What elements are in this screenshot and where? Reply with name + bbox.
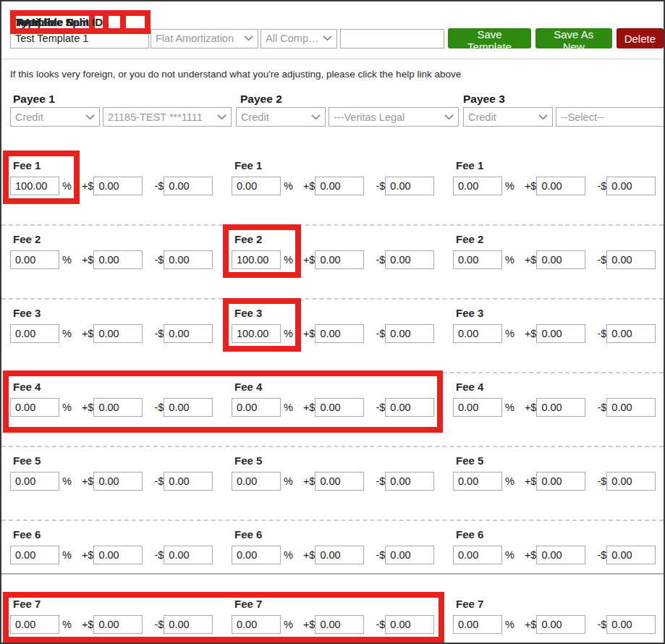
fee-percent-input[interactable] [453,398,502,417]
ram-fee-split-id-input[interactable] [340,29,444,48]
fee-row-6: Fee 6 % +$ -$ Fee 6 % +$ -$ Fee 6 % +$ -… [1,521,664,575]
save-template-button[interactable]: Save Template [448,28,531,48]
fee-minus-input[interactable] [385,615,434,634]
fee-minus-input[interactable] [606,324,656,343]
fee-plus-input[interactable] [536,177,585,195]
fee-percent-input[interactable] [10,324,59,343]
fee-percent-input[interactable] [232,177,281,195]
percent-sign: % [284,328,293,339]
type-select[interactable]: Flat Amortization [151,29,258,48]
fee-minus-input[interactable] [164,398,213,417]
minus-dollar-sign: -$ [154,328,164,339]
minus-dollar-sign: -$ [376,402,385,413]
payee-3-type-select[interactable]: Credit [463,107,553,127]
fee-plus-input[interactable] [315,177,364,195]
fee-label: Fee 2 [453,233,664,246]
payee-2-account-select[interactable]: ---Veritas Legal [329,107,459,127]
fee-label: Fee 3 [232,307,444,320]
fee-plus-input[interactable] [93,398,143,417]
fee-plus-input[interactable] [93,472,143,491]
fee-percent-input[interactable] [453,250,502,269]
available-for-select[interactable]: All Companies [261,29,337,48]
fee-percent-input[interactable] [10,398,59,417]
fee-minus-input[interactable] [385,324,434,343]
minus-dollar-sign: -$ [597,549,606,561]
fee-minus-input[interactable] [606,177,656,195]
fee-percent-input[interactable] [10,546,59,564]
percent-sign: % [62,254,72,266]
fee-minus-input[interactable] [164,324,213,343]
fee-plus-input[interactable] [315,472,364,491]
fee-label: Fee 5 [232,454,444,467]
fee-percent-input[interactable] [232,398,281,417]
fee-percent-input[interactable] [453,177,502,195]
fee-percent-input[interactable] [453,615,502,634]
plus-dollar-sign: +$ [525,619,537,630]
fee-plus-input[interactable] [536,324,585,343]
plus-dollar-sign: +$ [525,328,537,339]
fee-percent-input[interactable] [232,615,281,634]
save-as-new-button[interactable]: Save As New [535,28,612,48]
fee-percent-input[interactable] [453,472,502,491]
fee-plus-input[interactable] [315,250,364,269]
fee-minus-input[interactable] [385,177,434,195]
fee-minus-input[interactable] [606,472,656,491]
payee-1-fee-5-cell: Fee 5 % +$ -$ [1,454,223,520]
payee-3-account-select[interactable]: --Select-- [556,107,664,127]
fee-minus-input[interactable] [164,546,213,564]
fee-plus-input[interactable] [536,615,585,634]
fee-plus-input[interactable] [93,615,143,634]
fee-plus-input[interactable] [93,546,143,564]
payee-3-type-value: Credit [468,111,496,123]
fee-percent-input[interactable] [232,324,281,343]
chevron-down-icon [538,114,548,120]
fee-minus-input[interactable] [385,472,434,491]
fee-percent-input[interactable] [10,250,59,269]
payee-2-fee-2-cell: Fee 2 % +$ -$ [223,233,444,298]
payee-3-fee-5-cell: Fee 5 % +$ -$ [444,454,664,520]
fee-plus-input[interactable] [315,324,364,343]
fee-plus-input[interactable] [93,177,143,195]
fee-plus-input[interactable] [315,615,364,634]
fee-percent-input[interactable] [453,324,502,343]
payee-3-fee-1-cell: Fee 1 % +$ -$ [444,159,664,224]
payee-1-type-select[interactable]: Credit [10,107,100,127]
fee-minus-input[interactable] [606,250,656,269]
payee-1-account-select[interactable]: 21185-TEST ***1111 [103,107,232,127]
fee-label: Fee 5 [10,454,223,467]
payee-2-type-select[interactable]: Credit [236,107,326,127]
fee-percent-input[interactable] [232,250,281,269]
fee-plus-input[interactable] [536,398,585,417]
fee-percent-input[interactable] [232,546,281,564]
fee-minus-input[interactable] [385,250,434,269]
percent-sign: % [284,180,293,192]
fee-plus-input[interactable] [315,398,364,417]
fee-label: Fee 6 [453,528,664,541]
fee-minus-input[interactable] [606,546,656,564]
fee-row-5: Fee 5 % +$ -$ Fee 5 % +$ -$ Fee 5 % +$ -… [1,447,664,521]
payee-2-fee-1-cell: Fee 1 % +$ -$ [223,159,444,224]
fee-plus-input[interactable] [536,546,585,564]
fee-plus-input[interactable] [93,250,143,269]
fee-plus-input[interactable] [536,472,585,491]
delete-button[interactable]: Delete [617,28,664,48]
fee-percent-input[interactable] [10,615,59,634]
fee-minus-input[interactable] [164,177,213,195]
plus-dollar-sign: +$ [82,475,94,487]
fee-minus-input[interactable] [164,472,213,491]
fee-percent-input[interactable] [10,472,59,491]
fee-minus-input[interactable] [606,398,656,417]
fee-plus-input[interactable] [536,250,585,269]
fee-minus-input[interactable] [164,250,213,269]
fee-minus-input[interactable] [164,615,213,634]
payee-2-title: Payee 2 [240,93,282,106]
fee-percent-input[interactable] [10,177,59,195]
fee-minus-input[interactable] [606,615,656,634]
fee-percent-input[interactable] [453,546,502,564]
fee-plus-input[interactable] [315,546,364,564]
template-name-input[interactable] [10,29,149,48]
fee-percent-input[interactable] [232,472,281,491]
fee-minus-input[interactable] [385,398,434,417]
fee-plus-input[interactable] [93,324,143,343]
fee-minus-input[interactable] [385,546,434,564]
